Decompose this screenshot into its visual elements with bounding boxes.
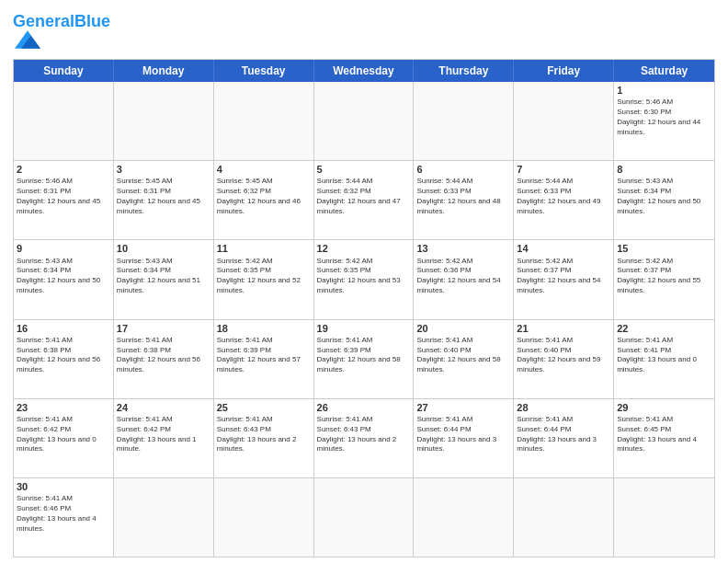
calendar-cell-5-2 <box>214 478 314 557</box>
day-number: 8 <box>617 163 711 176</box>
cell-info: Sunrise: 5:41 AMSunset: 6:42 PMDaylight:… <box>17 415 110 454</box>
cell-info: Sunrise: 5:42 AMSunset: 6:35 PMDaylight:… <box>317 257 411 296</box>
calendar-cell-1-6: 8Sunrise: 5:43 AMSunset: 6:34 PMDaylight… <box>614 161 714 239</box>
calendar-cell-0-4 <box>414 82 514 160</box>
day-number: 24 <box>117 401 210 414</box>
cell-info: Sunrise: 5:41 AMSunset: 6:38 PMDaylight:… <box>17 336 110 375</box>
day-number: 26 <box>317 401 411 414</box>
calendar-cell-5-0: 30Sunrise: 5:41 AMSunset: 6:46 PMDayligh… <box>14 478 114 557</box>
calendar-cell-1-2: 4Sunrise: 5:45 AMSunset: 6:32 PMDaylight… <box>214 161 314 239</box>
day-number: 18 <box>217 322 311 335</box>
cell-info: Sunrise: 5:41 AMSunset: 6:41 PMDaylight:… <box>617 336 711 375</box>
day-number: 27 <box>416 401 510 414</box>
calendar-cell-4-5: 28Sunrise: 5:41 AMSunset: 6:44 PMDayligh… <box>514 399 614 477</box>
calendar-cell-0-6: 1Sunrise: 5:46 AMSunset: 6:30 PMDaylight… <box>614 82 714 160</box>
day-number: 2 <box>17 163 110 176</box>
day-number: 29 <box>617 401 711 414</box>
calendar-cell-2-6: 15Sunrise: 5:42 AMSunset: 6:37 PMDayligh… <box>614 240 714 318</box>
calendar-cell-2-4: 13Sunrise: 5:42 AMSunset: 6:36 PMDayligh… <box>414 240 514 318</box>
calendar-row-0: 1Sunrise: 5:46 AMSunset: 6:30 PMDaylight… <box>14 82 714 160</box>
day-number: 17 <box>117 322 210 335</box>
calendar-cell-3-3: 19Sunrise: 5:41 AMSunset: 6:39 PMDayligh… <box>314 320 415 398</box>
calendar-row-1: 2Sunrise: 5:46 AMSunset: 6:31 PMDaylight… <box>14 160 714 239</box>
cell-info: Sunrise: 5:42 AMSunset: 6:37 PMDaylight:… <box>517 257 610 296</box>
calendar-cell-5-1 <box>114 478 214 557</box>
calendar-cell-5-5 <box>514 478 614 557</box>
cell-info: Sunrise: 5:41 AMSunset: 6:39 PMDaylight:… <box>317 336 411 375</box>
calendar-cell-4-6: 29Sunrise: 5:41 AMSunset: 6:45 PMDayligh… <box>614 399 714 477</box>
day-number: 12 <box>317 242 411 255</box>
calendar-cell-0-3 <box>314 82 415 160</box>
day-number: 13 <box>416 242 510 255</box>
cell-info: Sunrise: 5:44 AMSunset: 6:33 PMDaylight:… <box>416 177 510 216</box>
day-number: 30 <box>17 480 110 493</box>
calendar-cell-4-3: 26Sunrise: 5:41 AMSunset: 6:43 PMDayligh… <box>314 399 415 477</box>
cell-info: Sunrise: 5:41 AMSunset: 6:40 PMDaylight:… <box>517 336 610 375</box>
cell-info: Sunrise: 5:42 AMSunset: 6:36 PMDaylight:… <box>416 257 510 296</box>
calendar-cell-0-1 <box>114 82 214 160</box>
cell-info: Sunrise: 5:41 AMSunset: 6:38 PMDaylight:… <box>117 336 210 375</box>
logo-general: General <box>13 12 74 30</box>
calendar-cell-3-5: 21Sunrise: 5:41 AMSunset: 6:40 PMDayligh… <box>514 320 614 398</box>
day-number: 23 <box>17 401 110 414</box>
day-number: 3 <box>117 163 210 176</box>
day-number: 28 <box>517 401 610 414</box>
calendar-cell-4-1: 24Sunrise: 5:41 AMSunset: 6:42 PMDayligh… <box>114 399 214 477</box>
header-friday: Friday <box>514 60 614 82</box>
cell-info: Sunrise: 5:46 AMSunset: 6:30 PMDaylight:… <box>617 98 711 137</box>
header: GeneralBlue <box>13 9 715 53</box>
cell-info: Sunrise: 5:41 AMSunset: 6:40 PMDaylight:… <box>416 336 510 375</box>
calendar-cell-4-0: 23Sunrise: 5:41 AMSunset: 6:42 PMDayligh… <box>14 399 114 477</box>
calendar-row-4: 23Sunrise: 5:41 AMSunset: 6:42 PMDayligh… <box>14 398 714 477</box>
calendar-row-5: 30Sunrise: 5:41 AMSunset: 6:46 PMDayligh… <box>14 477 714 557</box>
cell-info: Sunrise: 5:43 AMSunset: 6:34 PMDaylight:… <box>617 177 711 216</box>
calendar-cell-3-2: 18Sunrise: 5:41 AMSunset: 6:39 PMDayligh… <box>214 320 314 398</box>
logo-icon <box>15 29 40 50</box>
day-number: 10 <box>117 242 210 255</box>
day-number: 1 <box>617 84 711 97</box>
calendar: Sunday Monday Tuesday Wednesday Thursday… <box>13 59 715 557</box>
calendar-cell-5-6 <box>614 478 714 557</box>
day-number: 5 <box>317 163 411 176</box>
cell-info: Sunrise: 5:45 AMSunset: 6:32 PMDaylight:… <box>217 177 311 216</box>
calendar-cell-1-0: 2Sunrise: 5:46 AMSunset: 6:31 PMDaylight… <box>14 161 114 239</box>
logo-text: GeneralBlue <box>13 13 110 29</box>
header-wednesday: Wednesday <box>314 60 415 82</box>
cell-info: Sunrise: 5:41 AMSunset: 6:43 PMDaylight:… <box>317 415 411 454</box>
day-number: 21 <box>517 322 610 335</box>
calendar-cell-0-5 <box>514 82 614 160</box>
header-tuesday: Tuesday <box>214 60 314 82</box>
calendar-cell-2-5: 14Sunrise: 5:42 AMSunset: 6:37 PMDayligh… <box>514 240 614 318</box>
cell-info: Sunrise: 5:42 AMSunset: 6:37 PMDaylight:… <box>617 257 711 296</box>
cell-info: Sunrise: 5:42 AMSunset: 6:35 PMDaylight:… <box>217 257 311 296</box>
day-number: 11 <box>217 242 311 255</box>
header-monday: Monday <box>114 60 214 82</box>
cell-info: Sunrise: 5:41 AMSunset: 6:46 PMDaylight:… <box>17 494 110 534</box>
header-sunday: Sunday <box>14 60 114 82</box>
logo-blue: Blue <box>74 12 110 30</box>
calendar-cell-1-1: 3Sunrise: 5:45 AMSunset: 6:31 PMDaylight… <box>114 161 214 239</box>
calendar-cell-0-0 <box>14 82 114 160</box>
day-number: 4 <box>217 163 311 176</box>
header-thursday: Thursday <box>414 60 514 82</box>
logo: GeneralBlue <box>13 13 110 53</box>
calendar-cell-1-4: 6Sunrise: 5:44 AMSunset: 6:33 PMDaylight… <box>414 161 514 239</box>
cell-info: Sunrise: 5:44 AMSunset: 6:33 PMDaylight:… <box>517 177 610 216</box>
calendar-row-2: 9Sunrise: 5:43 AMSunset: 6:34 PMDaylight… <box>14 239 714 318</box>
day-number: 16 <box>17 322 110 335</box>
calendar-cell-1-3: 5Sunrise: 5:44 AMSunset: 6:32 PMDaylight… <box>314 161 415 239</box>
cell-info: Sunrise: 5:41 AMSunset: 6:39 PMDaylight:… <box>217 336 311 375</box>
calendar-cell-3-4: 20Sunrise: 5:41 AMSunset: 6:40 PMDayligh… <box>414 320 514 398</box>
cell-info: Sunrise: 5:41 AMSunset: 6:44 PMDaylight:… <box>517 415 610 454</box>
calendar-cell-5-4 <box>414 478 514 557</box>
calendar-cell-2-2: 11Sunrise: 5:42 AMSunset: 6:35 PMDayligh… <box>214 240 314 318</box>
page: GeneralBlue Sunday Monday Tuesday Wednes… <box>0 0 728 563</box>
calendar-cell-3-6: 22Sunrise: 5:41 AMSunset: 6:41 PMDayligh… <box>614 320 714 398</box>
day-number: 14 <box>517 242 610 255</box>
calendar-cell-2-3: 12Sunrise: 5:42 AMSunset: 6:35 PMDayligh… <box>314 240 415 318</box>
day-number: 19 <box>317 322 411 335</box>
calendar-cell-1-5: 7Sunrise: 5:44 AMSunset: 6:33 PMDaylight… <box>514 161 614 239</box>
day-number: 20 <box>416 322 510 335</box>
day-number: 22 <box>617 322 711 335</box>
calendar-cell-3-0: 16Sunrise: 5:41 AMSunset: 6:38 PMDayligh… <box>14 320 114 398</box>
